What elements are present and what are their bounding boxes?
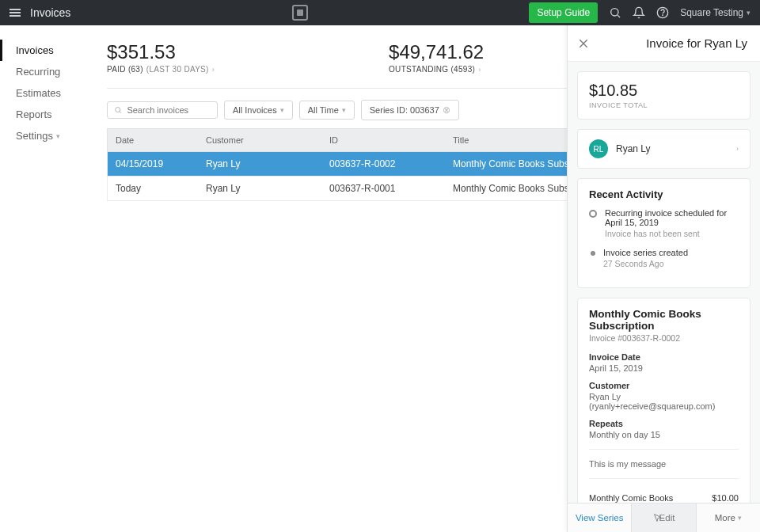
sidebar-item-settings[interactable]: Settings▾ bbox=[16, 125, 91, 146]
search-icon[interactable] bbox=[609, 6, 621, 19]
account-menu[interactable]: Square Testing ▾ bbox=[680, 7, 750, 18]
square-logo-icon bbox=[292, 5, 308, 21]
chevron-down-icon: ▾ bbox=[342, 106, 346, 114]
edit-button[interactable]: Edit bbox=[631, 504, 696, 532]
invoice-name: Monthly Comic Books Subscription bbox=[589, 308, 739, 332]
activity-dot-icon bbox=[591, 251, 595, 256]
search-input[interactable] bbox=[127, 105, 211, 115]
th-id: ID bbox=[321, 129, 445, 151]
sidebar-item-estimates[interactable]: Estimates bbox=[16, 82, 91, 104]
sidebar-item-reports[interactable]: Reports bbox=[16, 104, 91, 125]
invoice-total-label: INVOICE TOTAL bbox=[589, 101, 739, 109]
activity-item: Recurring invoice scheduled for April 15… bbox=[589, 208, 739, 238]
invoice-total-card: $10.85 INVOICE TOTAL bbox=[577, 71, 750, 120]
sidebar-item-recurring[interactable]: Recurring bbox=[16, 61, 91, 82]
filter-series-chip[interactable]: Series ID: 003637⊗ bbox=[361, 100, 459, 120]
chevron-right-icon: › bbox=[736, 145, 739, 153]
menu-icon[interactable] bbox=[10, 9, 21, 17]
detail-panel: Invoice for Ryan Ly $10.85 INVOICE TOTAL… bbox=[567, 25, 760, 532]
filter-all-invoices[interactable]: All Invoices▾ bbox=[224, 101, 293, 120]
search-input-wrapper[interactable] bbox=[107, 101, 218, 119]
invoice-number: Invoice #003637-R-0002 bbox=[589, 333, 739, 343]
th-date: Date bbox=[108, 129, 198, 151]
svg-point-0 bbox=[611, 9, 618, 16]
activity-item: Invoice series created 27 Seconds Ago bbox=[589, 248, 739, 268]
account-label: Square Testing bbox=[680, 7, 743, 18]
stat-outstanding: $49,741.62 OUTSTANDING (4593) › bbox=[389, 41, 484, 74]
stat-paid: $351.53 PAID (63) (LAST 30 DAYS) › bbox=[107, 41, 215, 74]
svg-point-4 bbox=[116, 108, 120, 112]
bell-icon[interactable] bbox=[633, 6, 645, 19]
chevron-down-icon: ▾ bbox=[56, 132, 60, 140]
chevron-down-icon: ▾ bbox=[280, 106, 284, 114]
svg-point-3 bbox=[663, 15, 663, 16]
repeats-value: Monthly on day 15 bbox=[589, 430, 739, 439]
th-customer: Customer bbox=[198, 129, 321, 151]
repeats-label: Repeats bbox=[589, 419, 739, 428]
sidebar: Invoices Recurring Estimates Reports Set… bbox=[0, 25, 91, 532]
chevron-right-icon: › bbox=[478, 66, 481, 74]
filter-all-time[interactable]: All Time▾ bbox=[299, 101, 355, 120]
outstanding-sublabel[interactable]: OUTSTANDING (4593) › bbox=[389, 65, 484, 74]
activity-ring-icon bbox=[589, 210, 597, 218]
app-title: Invoices bbox=[30, 6, 70, 19]
details-card: Monthly Comic Books Subscription Invoice… bbox=[577, 298, 750, 503]
search-icon bbox=[114, 105, 122, 115]
panel-footer: View Series Edit More ▾ bbox=[568, 503, 760, 532]
chevron-down-icon: ▾ bbox=[738, 514, 742, 522]
close-icon[interactable] bbox=[577, 37, 590, 50]
invoice-date-value: April 15, 2019 bbox=[589, 363, 739, 373]
customer-label: Customer bbox=[589, 381, 739, 390]
view-series-button[interactable]: View Series bbox=[568, 504, 631, 532]
activity-heading: Recent Activity bbox=[589, 188, 739, 200]
paid-amount: $351.53 bbox=[107, 41, 215, 63]
outstanding-amount: $49,741.62 bbox=[389, 41, 484, 63]
customer-name: Ryan Ly bbox=[616, 143, 728, 154]
panel-title: Invoice for Ryan Ly bbox=[598, 36, 747, 50]
chevron-down-icon: ▾ bbox=[747, 9, 750, 17]
sidebar-item-invoices[interactable]: Invoices bbox=[16, 40, 91, 61]
chevron-right-icon: › bbox=[212, 66, 215, 74]
invoice-message: This is my message bbox=[589, 459, 739, 469]
setup-guide-button[interactable]: Setup Guide bbox=[529, 2, 598, 23]
clear-filter-icon[interactable]: ⊗ bbox=[443, 104, 450, 116]
svg-line-5 bbox=[120, 112, 121, 113]
invoice-date-label: Invoice Date bbox=[589, 352, 739, 362]
topbar: Invoices Setup Guide Square Testing ▾ bbox=[0, 0, 760, 25]
customer-card[interactable]: RL Ryan Ly › bbox=[577, 129, 750, 169]
customer-value: Ryan Ly (ryanly+receive@squareup.com) bbox=[589, 392, 739, 411]
avatar: RL bbox=[589, 139, 608, 158]
paid-sublabel[interactable]: PAID (63) (LAST 30 DAYS) › bbox=[107, 65, 215, 74]
activity-card: Recent Activity Recurring invoice schedu… bbox=[577, 178, 750, 288]
line-item: Monthly Comic Books $10.00 bbox=[589, 488, 739, 503]
more-button[interactable]: More ▾ bbox=[697, 504, 760, 532]
invoice-total-amount: $10.85 bbox=[589, 82, 739, 100]
help-icon[interactable] bbox=[656, 6, 669, 19]
svg-line-1 bbox=[618, 15, 620, 17]
